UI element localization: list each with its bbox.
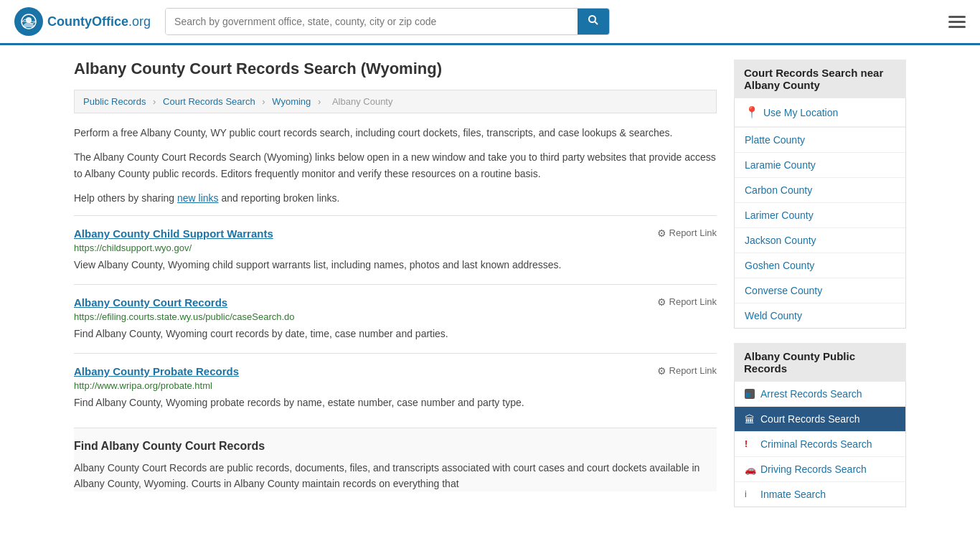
find-section-desc: Albany County Court Records are public r… — [74, 460, 717, 492]
find-section-title: Find Albany County Court Records — [74, 440, 717, 453]
pub-driving[interactable]: 🚗 Driving Records Search — [735, 457, 905, 482]
report-icon-2: ⚙ — [657, 296, 666, 308]
nearby-list: 📍 Use My Location Platte County Laramie … — [734, 98, 906, 329]
description-2: The Albany County Court Records Search (… — [74, 149, 717, 182]
public-records-list: ■ Arrest Records Search 🏛 Court Records … — [734, 382, 906, 507]
record-url-3: http://www.wripa.org/probate.html — [74, 380, 717, 391]
inmate-icon: i — [745, 489, 755, 499]
criminal-icon: ! — [745, 439, 755, 449]
search-input[interactable] — [166, 9, 578, 34]
search-bar — [165, 8, 610, 35]
use-location[interactable]: 📍 Use My Location — [735, 98, 905, 127]
nearby-goshen[interactable]: Goshen County — [735, 253, 905, 278]
nearby-section: Court Records Search near Albany County … — [734, 60, 906, 329]
location-icon: 📍 — [745, 105, 759, 119]
record-title-3[interactable]: Albany County Probate Records — [74, 365, 239, 377]
pub-court[interactable]: 🏛 Court Records Search — [735, 407, 905, 432]
use-location-item[interactable]: 📍 Use My Location — [735, 98, 905, 128]
record-desc-1: View Albany County, Wyoming child suppor… — [74, 258, 717, 273]
description-1: Perform a free Albany County, WY public … — [74, 125, 717, 141]
use-location-label: Use My Location — [763, 107, 838, 118]
page-container: Albany County Court Records Search (Wyom… — [60, 45, 920, 536]
page-title: Albany County Court Records Search (Wyom… — [74, 60, 717, 78]
logo[interactable]: CountyOffice.org — [14, 7, 151, 36]
find-section: Find Albany County Court Records Albany … — [74, 428, 717, 492]
report-link-2[interactable]: ⚙ Report Link — [657, 296, 717, 308]
record-title-1[interactable]: Albany County Child Support Warrants — [74, 227, 273, 240]
logo-text: CountyOffice.org — [47, 14, 151, 29]
public-records-section: Albany County Public Records ■ Arrest Re… — [734, 343, 906, 507]
public-records-header: Albany County Public Records — [734, 343, 906, 382]
pub-criminal[interactable]: ! Criminal Records Search — [735, 432, 905, 457]
record-entry-1: Albany County Child Support Warrants ⚙ R… — [74, 215, 717, 284]
main-content: Albany County Court Records Search (Wyom… — [74, 60, 717, 522]
record-url-2: https://efiling.courts.state.wy.us/publi… — [74, 311, 717, 322]
record-url-1: https://childsupport.wyo.gov/ — [74, 242, 717, 253]
nearby-laramie[interactable]: Laramie County — [735, 153, 905, 178]
nearby-platte[interactable]: Platte County — [735, 128, 905, 153]
breadcrumb-public-records[interactable]: Public Records — [83, 96, 146, 107]
nearby-weld[interactable]: Weld County — [735, 303, 905, 328]
nearby-larimer[interactable]: Larimer County — [735, 203, 905, 228]
nearby-jackson[interactable]: Jackson County — [735, 228, 905, 253]
report-link-3[interactable]: ⚙ Report Link — [657, 365, 717, 377]
pub-inmate[interactable]: i Inmate Search — [735, 482, 905, 507]
new-links[interactable]: new links — [177, 192, 219, 204]
record-desc-3: Find Albany County, Wyoming probate reco… — [74, 395, 717, 410]
record-title-2[interactable]: Albany County Court Records — [74, 296, 227, 309]
breadcrumb: Public Records › Court Records Search › … — [74, 90, 717, 113]
breadcrumb-court-records[interactable]: Court Records Search — [163, 96, 255, 107]
court-icon: 🏛 — [745, 414, 755, 424]
record-entry-2: Albany County Court Records ⚙ Report Lin… — [74, 284, 717, 353]
breadcrumb-wyoming[interactable]: Wyoming — [272, 96, 311, 107]
description-3: Help others by sharing new links and rep… — [74, 190, 717, 206]
menu-button[interactable] — [948, 16, 966, 28]
sidebar: Court Records Search near Albany County … — [734, 60, 906, 522]
nearby-carbon[interactable]: Carbon County — [735, 178, 905, 203]
report-icon-1: ⚙ — [657, 227, 666, 239]
report-link-1[interactable]: ⚙ Report Link — [657, 227, 717, 239]
report-icon-3: ⚙ — [657, 365, 666, 377]
search-button[interactable] — [578, 9, 609, 34]
nearby-converse[interactable]: Converse County — [735, 278, 905, 303]
logo-icon — [14, 7, 43, 36]
breadcrumb-current: Albany County — [332, 96, 393, 107]
driving-icon: 🚗 — [745, 464, 755, 474]
svg-point-3 — [589, 16, 595, 22]
record-entry-3: Albany County Probate Records ⚙ Report L… — [74, 353, 717, 422]
svg-line-4 — [595, 22, 598, 24]
pub-arrest[interactable]: ■ Arrest Records Search — [735, 382, 905, 407]
arrest-icon: ■ — [745, 389, 755, 399]
nearby-header: Court Records Search near Albany County — [734, 60, 906, 98]
site-header: CountyOffice.org — [0, 0, 980, 45]
record-desc-2: Find Albany County, Wyoming court record… — [74, 326, 717, 342]
